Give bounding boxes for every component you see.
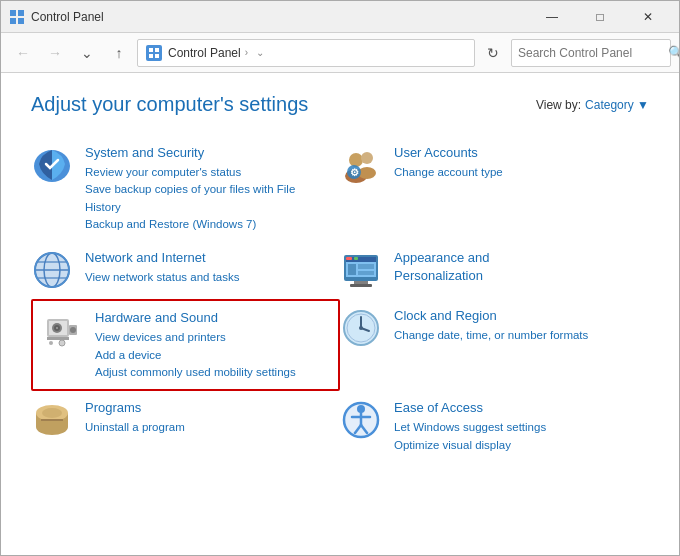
svg-rect-26 <box>358 264 374 269</box>
window-icon <box>9 9 25 25</box>
address-dropdown-icon[interactable]: ⌄ <box>256 47 264 58</box>
clock-links: Change date, time, or number formats <box>394 327 588 344</box>
categories-grid: System and Security Review your computer… <box>31 136 649 462</box>
viewby-value[interactable]: Category ▼ <box>585 98 649 112</box>
category-programs: Programs Uninstall a program <box>31 391 340 462</box>
window-controls: — □ ✕ <box>529 1 671 33</box>
svg-rect-4 <box>149 48 153 52</box>
hardware-sound-links: View devices and printers Add a device A… <box>95 329 296 381</box>
svg-rect-29 <box>350 284 372 287</box>
search-icon: 🔍 <box>668 45 680 60</box>
category-ease-access: Ease of Access Let Windows suggest setti… <box>340 391 649 462</box>
refresh-button[interactable]: ↻ <box>479 39 507 67</box>
user-accounts-title[interactable]: User Accounts <box>394 144 503 162</box>
system-security-text: System and Security Review your computer… <box>85 144 330 233</box>
address-field[interactable]: Control Panel › ⌄ <box>137 39 475 67</box>
main-content: Adjust your computer's settings View by:… <box>1 73 679 482</box>
devices-printers-link[interactable]: View devices and printers <box>95 329 296 346</box>
hardware-sound-text: Hardware and Sound View devices and prin… <box>95 309 296 381</box>
network-status-link[interactable]: View network status and tasks <box>85 269 239 286</box>
clock-icon <box>340 307 382 349</box>
category-system-security: System and Security Review your computer… <box>31 136 340 241</box>
up-button[interactable]: ↑ <box>105 39 133 67</box>
svg-rect-52 <box>41 419 63 421</box>
backup-restore-link[interactable]: Backup and Restore (Windows 7) <box>85 216 330 233</box>
minimize-button[interactable]: — <box>529 1 575 33</box>
svg-point-38 <box>49 341 53 345</box>
svg-point-35 <box>70 327 76 333</box>
programs-icon <box>31 399 73 441</box>
user-accounts-links: Change account type <box>394 164 503 181</box>
review-status-link[interactable]: Review your computer's status <box>85 164 330 181</box>
backup-files-link[interactable]: Save backup copies of your files with Fi… <box>85 181 330 216</box>
svg-rect-27 <box>358 271 374 275</box>
view-by-control: View by: Category ▼ <box>536 98 649 112</box>
category-hardware-sound: Hardware and Sound View devices and prin… <box>31 299 340 391</box>
programs-title[interactable]: Programs <box>85 399 185 417</box>
svg-point-47 <box>359 326 363 330</box>
svg-rect-6 <box>149 54 153 58</box>
back-button[interactable]: ← <box>9 39 37 67</box>
category-network-internet: Network and Internet View network status… <box>31 241 340 299</box>
user-accounts-text: User Accounts Change account type <box>394 144 503 181</box>
svg-rect-1 <box>18 10 24 16</box>
add-device-link[interactable]: Add a device <box>95 347 296 364</box>
breadcrumb-icon <box>146 45 162 61</box>
svg-rect-0 <box>10 10 16 16</box>
change-account-link[interactable]: Change account type <box>394 164 503 181</box>
appearance-text: Appearance andPersonalization <box>394 249 489 287</box>
address-bar: ← → ⌄ ↑ Control Panel › ⌄ ↻ 🔍 <box>1 33 679 73</box>
appearance-icon <box>340 249 382 291</box>
svg-rect-31 <box>354 257 358 260</box>
maximize-button[interactable]: □ <box>577 1 623 33</box>
ease-access-title[interactable]: Ease of Access <box>394 399 546 417</box>
uninstall-link[interactable]: Uninstall a program <box>85 419 185 436</box>
network-title[interactable]: Network and Internet <box>85 249 239 267</box>
network-text: Network and Internet View network status… <box>85 249 239 286</box>
svg-point-9 <box>349 153 363 167</box>
svg-rect-25 <box>348 264 356 275</box>
title-bar: Control Panel — □ ✕ <box>1 1 679 33</box>
breadcrumb-text: Control Panel <box>168 46 241 60</box>
page-header: Adjust your computer's settings View by:… <box>31 93 649 116</box>
ease-access-icon <box>340 399 382 441</box>
category-clock-region: Clock and Region Change date, time, or n… <box>340 299 649 391</box>
svg-rect-3 <box>18 18 24 24</box>
windows-suggest-link[interactable]: Let Windows suggest settings <box>394 419 546 436</box>
breadcrumb-chevron: › <box>245 47 248 58</box>
svg-rect-30 <box>346 257 352 260</box>
system-security-icon <box>31 144 73 186</box>
search-box[interactable]: 🔍 <box>511 39 671 67</box>
svg-rect-2 <box>10 18 16 24</box>
viewby-label: View by: <box>536 98 581 112</box>
mobility-settings-link[interactable]: Adjust commonly used mobility settings <box>95 364 296 381</box>
optimize-visual-link[interactable]: Optimize visual display <box>394 437 546 454</box>
user-accounts-icon: ⚙ <box>340 144 382 186</box>
window-title: Control Panel <box>31 10 529 24</box>
hardware-icon <box>41 309 83 351</box>
network-icon <box>31 249 73 291</box>
appearance-title[interactable]: Appearance andPersonalization <box>394 249 489 285</box>
svg-rect-36 <box>47 337 69 340</box>
programs-links: Uninstall a program <box>85 419 185 436</box>
svg-rect-7 <box>155 54 159 58</box>
recent-button[interactable]: ⌄ <box>73 39 101 67</box>
clock-text: Clock and Region Change date, time, or n… <box>394 307 588 344</box>
forward-button[interactable]: → <box>41 39 69 67</box>
ease-access-links: Let Windows suggest settings Optimize vi… <box>394 419 546 454</box>
svg-point-41 <box>56 327 58 329</box>
svg-point-11 <box>361 152 373 164</box>
search-input[interactable] <box>518 46 668 60</box>
network-links: View network status and tasks <box>85 269 239 286</box>
category-user-accounts: ⚙ User Accounts Change account type <box>340 136 649 241</box>
system-security-title[interactable]: System and Security <box>85 144 330 162</box>
hardware-sound-title[interactable]: Hardware and Sound <box>95 309 296 327</box>
viewby-chevron-icon: ▼ <box>637 98 649 112</box>
system-security-links: Review your computer's status Save backu… <box>85 164 330 233</box>
svg-rect-5 <box>155 48 159 52</box>
svg-text:⚙: ⚙ <box>350 167 359 178</box>
date-time-link[interactable]: Change date, time, or number formats <box>394 327 588 344</box>
close-button[interactable]: ✕ <box>625 1 671 33</box>
ease-access-text: Ease of Access Let Windows suggest setti… <box>394 399 546 454</box>
clock-title[interactable]: Clock and Region <box>394 307 588 325</box>
